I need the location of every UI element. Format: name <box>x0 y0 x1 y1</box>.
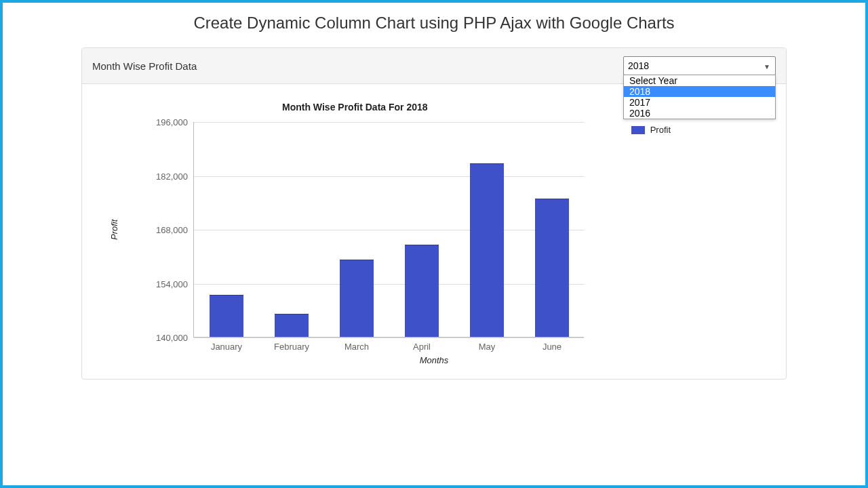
legend-swatch <box>631 126 645 134</box>
year-select[interactable]: 2018 <box>623 56 776 75</box>
x-tick-label: May <box>454 342 519 352</box>
chart-title: Month Wise Profit Data For 2018 <box>282 102 428 113</box>
x-axis-label: Months <box>89 355 779 365</box>
year-option-2017[interactable]: 2017 <box>624 97 775 108</box>
panel-title: Month Wise Profit Data <box>92 60 197 72</box>
y-tick-label: 140,000 <box>140 333 188 343</box>
year-dropdown: Select Year 2018 2017 2016 <box>623 75 776 119</box>
legend-label: Profit <box>650 125 671 135</box>
x-tick-label: March <box>324 342 389 352</box>
bar <box>340 260 374 337</box>
bar <box>470 163 504 337</box>
page-title: Create Dynamic Column Chart using PHP Aj… <box>3 14 865 33</box>
y-tick-label: 182,000 <box>140 171 188 181</box>
column-chart: 140,000154,000168,000182,000196,000Janua… <box>193 122 584 338</box>
year-select-wrap: 2018 ▼ Select Year 2018 2017 2016 <box>623 56 776 75</box>
gridline <box>194 230 584 230</box>
bar <box>535 199 569 337</box>
y-axis-label: Profit <box>109 220 119 240</box>
year-option-2016[interactable]: 2016 <box>624 108 775 119</box>
x-tick-label: January <box>194 342 259 352</box>
panel-header: Month Wise Profit Data 2018 ▼ Select Yea… <box>82 48 786 84</box>
y-tick-label: 196,000 <box>140 117 188 127</box>
bar <box>210 295 243 337</box>
gridline <box>194 122 584 123</box>
bar <box>405 245 439 337</box>
y-tick-label: 168,000 <box>140 225 188 235</box>
year-option-placeholder[interactable]: Select Year <box>624 75 775 86</box>
gridline <box>194 284 584 285</box>
y-tick-label: 154,000 <box>140 279 188 289</box>
panel: Month Wise Profit Data 2018 ▼ Select Yea… <box>81 47 787 380</box>
x-tick-label: April <box>389 342 454 352</box>
panel-body: Month Wise Profit Data For 2018 Profit P… <box>82 84 786 379</box>
x-tick-label: February <box>259 342 324 352</box>
year-option-2018[interactable]: 2018 <box>624 86 775 97</box>
legend: Profit <box>631 125 671 135</box>
bar <box>275 314 309 337</box>
gridline <box>194 176 584 177</box>
gridline <box>194 338 584 338</box>
x-tick-label: June <box>519 342 585 352</box>
